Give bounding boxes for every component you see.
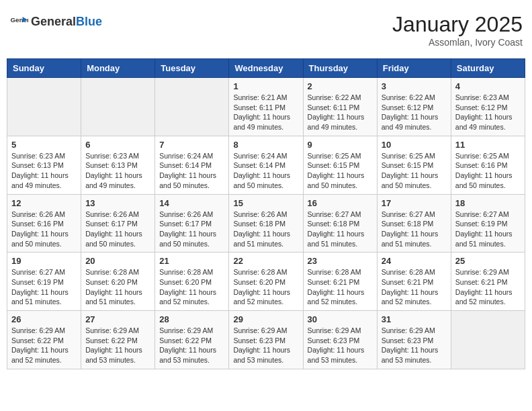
logo-icon: General: [9, 12, 28, 31]
calendar-day-cell: 22Sunrise: 6:28 AM Sunset: 6:20 PM Dayli…: [229, 253, 303, 311]
weekday-header-wednesday: Wednesday: [229, 59, 303, 78]
day-number: 10: [382, 140, 447, 150]
day-info: Sunrise: 6:29 AM Sunset: 6:22 PM Dayligh…: [85, 326, 150, 365]
calendar-day-cell: 4Sunrise: 6:23 AM Sunset: 6:12 PM Daylig…: [451, 78, 525, 136]
day-info: Sunrise: 6:26 AM Sunset: 6:18 PM Dayligh…: [233, 210, 298, 249]
day-info: Sunrise: 6:29 AM Sunset: 6:21 PM Dayligh…: [455, 267, 521, 307]
day-info: Sunrise: 6:21 AM Sunset: 6:11 PM Dayligh…: [233, 93, 298, 132]
day-number: 16: [308, 198, 373, 208]
page-header: General GeneralBlue January 2025 Assomla…: [7, 7, 525, 53]
day-info: Sunrise: 6:25 AM Sunset: 6:15 PM Dayligh…: [308, 151, 373, 191]
calendar-day-cell: 21Sunrise: 6:28 AM Sunset: 6:20 PM Dayli…: [155, 253, 229, 311]
day-number: 30: [308, 314, 373, 324]
calendar-day-cell: 18Sunrise: 6:27 AM Sunset: 6:19 PM Dayli…: [451, 194, 525, 253]
day-number: 29: [233, 314, 298, 324]
calendar-table: SundayMondayTuesdayWednesdayThursdayFrid…: [7, 58, 525, 369]
day-info: Sunrise: 6:25 AM Sunset: 6:16 PM Dayligh…: [455, 151, 521, 191]
calendar-week-row: 1Sunrise: 6:21 AM Sunset: 6:11 PM Daylig…: [7, 78, 525, 136]
calendar-day-cell: 3Sunrise: 6:22 AM Sunset: 6:12 PM Daylig…: [377, 78, 451, 136]
day-number: 23: [308, 256, 373, 266]
day-number: 22: [233, 256, 298, 266]
day-number: 8: [233, 140, 298, 150]
day-info: Sunrise: 6:27 AM Sunset: 6:19 PM Dayligh…: [455, 210, 521, 249]
weekday-header-row: SundayMondayTuesdayWednesdayThursdayFrid…: [7, 59, 525, 78]
day-info: Sunrise: 6:24 AM Sunset: 6:14 PM Dayligh…: [159, 151, 224, 191]
weekday-header-sunday: Sunday: [7, 59, 81, 78]
calendar-day-cell: 9Sunrise: 6:25 AM Sunset: 6:15 PM Daylig…: [303, 136, 377, 194]
day-info: Sunrise: 6:28 AM Sunset: 6:20 PM Dayligh…: [85, 267, 150, 307]
calendar-day-cell: [451, 311, 525, 369]
day-number: 25: [455, 256, 521, 266]
calendar-week-row: 19Sunrise: 6:27 AM Sunset: 6:19 PM Dayli…: [7, 253, 525, 311]
calendar-day-cell: [155, 78, 229, 136]
weekday-header-monday: Monday: [81, 59, 155, 78]
weekday-header-thursday: Thursday: [303, 59, 377, 78]
day-info: Sunrise: 6:24 AM Sunset: 6:14 PM Dayligh…: [233, 151, 298, 191]
day-number: 26: [11, 314, 77, 324]
title-block: January 2025 Assomlan, Ivory Coast: [392, 12, 523, 48]
day-info: Sunrise: 6:27 AM Sunset: 6:18 PM Dayligh…: [382, 210, 447, 249]
logo-general: General: [31, 15, 76, 28]
day-number: 12: [11, 198, 77, 208]
calendar-day-cell: 31Sunrise: 6:29 AM Sunset: 6:23 PM Dayli…: [377, 311, 451, 369]
calendar-day-cell: 20Sunrise: 6:28 AM Sunset: 6:20 PM Dayli…: [81, 253, 155, 311]
day-info: Sunrise: 6:26 AM Sunset: 6:17 PM Dayligh…: [85, 210, 150, 249]
day-info: Sunrise: 6:27 AM Sunset: 6:18 PM Dayligh…: [308, 210, 373, 249]
day-info: Sunrise: 6:28 AM Sunset: 6:20 PM Dayligh…: [233, 267, 298, 307]
day-number: 3: [382, 81, 447, 91]
calendar-day-cell: 7Sunrise: 6:24 AM Sunset: 6:14 PM Daylig…: [155, 136, 229, 194]
day-number: 5: [11, 140, 77, 150]
day-number: 7: [159, 140, 224, 150]
day-info: Sunrise: 6:27 AM Sunset: 6:19 PM Dayligh…: [11, 267, 77, 307]
day-info: Sunrise: 6:23 AM Sunset: 6:12 PM Dayligh…: [455, 93, 521, 132]
day-number: 15: [233, 198, 298, 208]
day-number: 20: [85, 256, 150, 266]
day-info: Sunrise: 6:29 AM Sunset: 6:22 PM Dayligh…: [159, 326, 224, 365]
calendar-week-row: 26Sunrise: 6:29 AM Sunset: 6:22 PM Dayli…: [7, 311, 525, 369]
calendar-day-cell: 30Sunrise: 6:29 AM Sunset: 6:23 PM Dayli…: [303, 311, 377, 369]
day-info: Sunrise: 6:28 AM Sunset: 6:21 PM Dayligh…: [382, 267, 447, 307]
calendar-day-cell: 25Sunrise: 6:29 AM Sunset: 6:21 PM Dayli…: [451, 253, 525, 311]
calendar-day-cell: 19Sunrise: 6:27 AM Sunset: 6:19 PM Dayli…: [7, 253, 81, 311]
calendar-day-cell: 26Sunrise: 6:29 AM Sunset: 6:22 PM Dayli…: [7, 311, 81, 369]
day-number: 18: [455, 198, 521, 208]
day-info: Sunrise: 6:26 AM Sunset: 6:16 PM Dayligh…: [11, 210, 77, 249]
month-year: January 2025: [392, 12, 523, 37]
calendar-day-cell: 28Sunrise: 6:29 AM Sunset: 6:22 PM Dayli…: [155, 311, 229, 369]
calendar-day-cell: 27Sunrise: 6:29 AM Sunset: 6:22 PM Dayli…: [81, 311, 155, 369]
calendar-week-row: 12Sunrise: 6:26 AM Sunset: 6:16 PM Dayli…: [7, 194, 525, 253]
calendar-day-cell: 8Sunrise: 6:24 AM Sunset: 6:14 PM Daylig…: [229, 136, 303, 194]
logo: General GeneralBlue: [9, 12, 102, 31]
calendar-day-cell: 13Sunrise: 6:26 AM Sunset: 6:17 PM Dayli…: [81, 194, 155, 253]
calendar-day-cell: 10Sunrise: 6:25 AM Sunset: 6:15 PM Dayli…: [377, 136, 451, 194]
day-number: 11: [455, 140, 521, 150]
day-info: Sunrise: 6:29 AM Sunset: 6:23 PM Dayligh…: [308, 326, 373, 365]
calendar-day-cell: 11Sunrise: 6:25 AM Sunset: 6:16 PM Dayli…: [451, 136, 525, 194]
calendar-week-row: 5Sunrise: 6:23 AM Sunset: 6:13 PM Daylig…: [7, 136, 525, 194]
day-number: 27: [85, 314, 150, 324]
day-info: Sunrise: 6:29 AM Sunset: 6:23 PM Dayligh…: [233, 326, 298, 365]
day-number: 28: [159, 314, 224, 324]
day-info: Sunrise: 6:25 AM Sunset: 6:15 PM Dayligh…: [382, 151, 447, 191]
day-info: Sunrise: 6:29 AM Sunset: 6:22 PM Dayligh…: [11, 326, 77, 365]
day-info: Sunrise: 6:28 AM Sunset: 6:20 PM Dayligh…: [159, 267, 224, 307]
day-number: 1: [233, 81, 298, 91]
calendar-day-cell: 14Sunrise: 6:26 AM Sunset: 6:17 PM Dayli…: [155, 194, 229, 253]
calendar-day-cell: 12Sunrise: 6:26 AM Sunset: 6:16 PM Dayli…: [7, 194, 81, 253]
calendar-day-cell: 2Sunrise: 6:22 AM Sunset: 6:11 PM Daylig…: [303, 78, 377, 136]
calendar-day-cell: 15Sunrise: 6:26 AM Sunset: 6:18 PM Dayli…: [229, 194, 303, 253]
day-number: 21: [159, 256, 224, 266]
day-number: 24: [382, 256, 447, 266]
day-number: 6: [85, 140, 150, 150]
logo-blue: Blue: [76, 15, 102, 28]
calendar-day-cell: 23Sunrise: 6:28 AM Sunset: 6:21 PM Dayli…: [303, 253, 377, 311]
location: Assomlan, Ivory Coast: [392, 37, 523, 48]
weekday-header-friday: Friday: [377, 59, 451, 78]
day-info: Sunrise: 6:26 AM Sunset: 6:17 PM Dayligh…: [159, 210, 224, 249]
day-info: Sunrise: 6:23 AM Sunset: 6:13 PM Dayligh…: [11, 151, 77, 191]
calendar-day-cell: 17Sunrise: 6:27 AM Sunset: 6:18 PM Dayli…: [377, 194, 451, 253]
day-info: Sunrise: 6:23 AM Sunset: 6:13 PM Dayligh…: [85, 151, 150, 191]
calendar-day-cell: 29Sunrise: 6:29 AM Sunset: 6:23 PM Dayli…: [229, 311, 303, 369]
weekday-header-tuesday: Tuesday: [155, 59, 229, 78]
calendar-day-cell: 1Sunrise: 6:21 AM Sunset: 6:11 PM Daylig…: [229, 78, 303, 136]
